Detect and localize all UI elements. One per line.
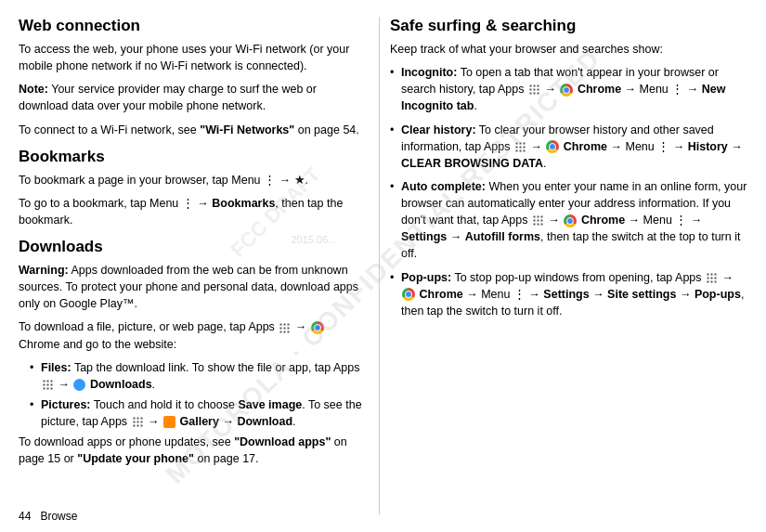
pop-arrow3: → <box>526 288 543 301</box>
bookmark-p2-arrow: → <box>197 197 209 210</box>
pictures-period: . <box>292 415 295 428</box>
warning-text: Apps downloaded from the web can be from… <box>19 264 358 310</box>
bookmark-p2-bold: Bookmarks <box>212 197 275 210</box>
incognito-arrow2: → Menu <box>621 83 671 96</box>
page-container: MOTOROLA · CONFIDENTIAL RESTRICTED FCC D… <box>0 0 766 532</box>
clear-arrow1: → <box>527 140 545 153</box>
dl-p1-chrome: Chrome <box>19 338 59 351</box>
web-connection-section: Web connection To access the web, your p… <box>19 17 362 138</box>
pop-arrow5: → <box>676 288 694 301</box>
apps-icon-r1 <box>528 84 540 96</box>
files-period: . <box>152 378 155 391</box>
downloads-bullet-pictures: Pictures: Touch and hold it to choose Sa… <box>30 396 362 430</box>
menu-dots-1: ⋮ <box>264 174 276 187</box>
safe-surfing-section: Safe surfing & searching Keep track of w… <box>390 17 747 319</box>
clear-history-label: Clear history: <box>401 123 476 136</box>
bookmark-p1-prefix: To bookmark a page in your browser, tap … <box>19 174 264 187</box>
menu-dots-r4: ⋮ <box>513 288 526 301</box>
note-text: Your service provider may charge to surf… <box>19 83 317 112</box>
left-column: Web connection To access the web, your p… <box>19 17 381 515</box>
downloads-bullet-files: Files: Tap the download link. To show th… <box>30 359 362 393</box>
auto-autofill: Autofill forms <box>465 230 540 243</box>
downloads-title: Downloads <box>19 238 362 256</box>
chrome-icon-r4 <box>402 288 415 301</box>
pop-ups-text: To stop pop-up windows from opening, tap… <box>451 271 705 284</box>
bookmark-p1-suffix: . <box>305 174 308 187</box>
page-label: Browse <box>40 510 77 523</box>
files-label: Files: <box>41 361 71 374</box>
bookmarks-title: Bookmarks <box>19 148 362 166</box>
dl-p2-suffix: on page 17. <box>194 452 259 465</box>
bookmarks-p1: To bookmark a page in your browser, tap … <box>19 172 362 188</box>
menu-dots-2: ⋮ <box>182 197 194 210</box>
dl-p1-arrow: → <box>295 320 307 333</box>
clear-period: . <box>543 157 546 170</box>
right-column: Safe surfing & searching Keep track of w… <box>381 17 747 515</box>
dl-p2-link2: "Update your phone" <box>77 452 194 465</box>
pop-ups-label: Pop-ups: <box>401 271 451 284</box>
pop-arrow2: → Menu <box>463 288 513 301</box>
web-connection-p1: To access the web, your phone uses your … <box>19 41 362 74</box>
clear-browsing-bold: CLEAR BROWSING DATA <box>401 157 543 170</box>
apps-icon-r2 <box>514 141 526 153</box>
auto-arrow1: → <box>545 214 563 227</box>
pictures-arrow2: → <box>219 415 237 428</box>
column-divider <box>379 17 380 515</box>
gallery-label: Gallery <box>176 415 219 428</box>
dl-p1-suffix: and go to the website: <box>59 338 176 351</box>
safe-surfing-intro: Keep track of what your browser and sear… <box>390 41 747 58</box>
incognito-chrome: Chrome <box>574 83 621 96</box>
bookmark-p2-prefix: To go to a bookmark, tap Menu <box>19 197 182 210</box>
chrome-icon-r3 <box>564 214 577 227</box>
web-connection-title: Web connection <box>19 17 362 35</box>
apps-icon-3 <box>132 416 144 428</box>
p2-link: "Wi-Fi Networks" <box>200 123 294 136</box>
incognito-label: Incognito: <box>401 66 457 79</box>
bookmarks-section: Bookmarks To bookmark a page in your bro… <box>19 148 362 228</box>
incognito-period: . <box>474 99 476 112</box>
clear-chrome: Chrome <box>560 140 607 153</box>
downloads-p1: To download a file, picture, or web page… <box>19 318 362 352</box>
apps-icon-r3 <box>532 214 544 227</box>
pictures-arrow: → <box>145 415 162 428</box>
save-image-label: Save image <box>238 398 302 411</box>
files-text: Tap the download link. To show the file … <box>71 361 360 374</box>
pictures-label: Pictures: <box>41 398 91 411</box>
downloads-bullets: Files: Tap the download link. To show th… <box>19 359 362 431</box>
menu-dots-r3: ⋮ <box>675 214 687 227</box>
clear-arrow4: → <box>728 140 743 153</box>
pop-arrow4: → <box>590 288 607 301</box>
dl-p2-link: "Download apps" <box>234 435 331 448</box>
apps-icon-r4 <box>706 272 718 284</box>
menu-dots-r1: ⋮ <box>671 83 683 96</box>
auto-complete-label: Auto complete: <box>401 180 486 193</box>
pictures-text: Touch and hold it to choose <box>91 398 239 411</box>
pop-chrome: Chrome <box>416 288 463 301</box>
bullet-auto-complete: Auto complete: When you enter your name … <box>390 178 747 263</box>
note-label: Note: <box>19 83 48 96</box>
bullet-pop-ups: Pop-ups: To stop pop-up windows from ope… <box>390 269 747 319</box>
dl-p1-prefix: To download a file, picture, or web page… <box>19 320 278 333</box>
pop-arrow1: → <box>719 271 734 284</box>
auto-arrow3: → <box>687 214 702 227</box>
bookmarks-p2: To go to a bookmark, tap Menu ⋮ → Bookma… <box>19 195 362 228</box>
clear-arrow2: → Menu <box>607 140 657 153</box>
warning-label: Warning: <box>19 264 69 277</box>
incognito-arrow1: → <box>541 83 559 96</box>
downloads-label: Downloads <box>86 378 151 391</box>
pop-site-settings: Site settings <box>607 288 676 301</box>
web-connection-note: Note: Your service provider may charge t… <box>19 81 362 114</box>
bookmark-p1-arrow: → <box>279 174 292 187</box>
page-number: 44 <box>19 510 31 523</box>
downloads-icon <box>73 379 85 391</box>
page-footer: 44 Browse <box>19 510 77 523</box>
bullet-clear-history: Clear history: To clear your browser his… <box>390 122 747 172</box>
safe-surfing-title: Safe surfing & searching <box>390 17 747 35</box>
web-connection-p2: To connect to a Wi-Fi network, see "Wi-F… <box>19 122 362 138</box>
chrome-icon-r2 <box>546 140 559 153</box>
auto-settings: Settings <box>401 230 447 243</box>
menu-dots-r2: ⋮ <box>657 140 669 153</box>
downloads-warning: Warning: Apps downloaded from the web ca… <box>19 262 362 312</box>
auto-arrow2: → Menu <box>625 214 675 227</box>
p2-prefix: To connect to a Wi-Fi network, see <box>19 123 200 136</box>
